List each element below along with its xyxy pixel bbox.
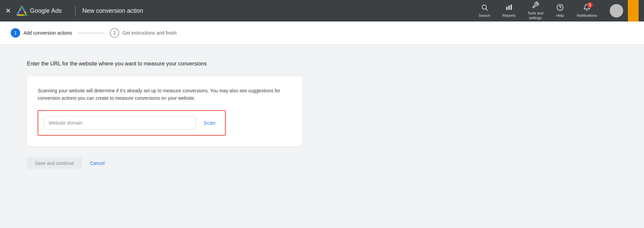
search-nav-label: Search bbox=[479, 13, 491, 18]
step-connector bbox=[78, 33, 104, 33]
header: ✕ Google Ads New conversion action Searc… bbox=[0, 0, 644, 21]
stepper: 1 Add conversion actions 2 Get instructi… bbox=[0, 21, 644, 45]
help-icon bbox=[556, 4, 564, 12]
nav-notifications[interactable]: 1 Notifications bbox=[571, 1, 602, 20]
svg-rect-6 bbox=[508, 5, 510, 10]
account-color bbox=[628, 0, 639, 21]
tools-icon bbox=[532, 1, 539, 10]
notifications-icon: 1 bbox=[583, 4, 591, 12]
avatar bbox=[610, 4, 623, 17]
reports-icon bbox=[505, 4, 513, 12]
tools-nav-label: Tools and settings bbox=[527, 11, 543, 20]
close-button[interactable]: ✕ bbox=[5, 7, 11, 14]
main-content: Enter the URL for the website where you … bbox=[0, 45, 644, 185]
nav-help[interactable]: Help bbox=[550, 1, 570, 20]
svg-rect-7 bbox=[510, 5, 512, 10]
step-2-circle: 2 bbox=[110, 28, 119, 38]
svg-rect-5 bbox=[506, 7, 507, 10]
google-ads-logo bbox=[16, 5, 27, 16]
step-1-label: Add conversion actions bbox=[24, 30, 72, 36]
step-1: 1 Add conversion actions bbox=[11, 28, 72, 38]
step-2: 2 Get instructions and finish bbox=[110, 28, 177, 38]
domain-input[interactable] bbox=[44, 116, 196, 130]
header-nav: Search Reports Tools and settings bbox=[473, 0, 639, 23]
scan-button[interactable]: Scan bbox=[200, 117, 220, 128]
step-1-circle: 1 bbox=[11, 28, 20, 38]
cancel-button[interactable]: Cancel bbox=[87, 157, 107, 169]
nav-reports[interactable]: Reports bbox=[497, 1, 521, 20]
save-continue-button[interactable]: Save and continue bbox=[27, 157, 82, 169]
card-description: Scanning your website will determine if … bbox=[38, 87, 291, 102]
reports-nav-label: Reports bbox=[502, 13, 515, 18]
logo: Google Ads bbox=[16, 5, 62, 16]
search-icon bbox=[481, 4, 488, 12]
scan-box: Scan bbox=[38, 110, 226, 136]
help-nav-label: Help bbox=[556, 13, 564, 18]
step-2-label: Get instructions and finish bbox=[123, 30, 177, 36]
brand-name: Google Ads bbox=[30, 7, 62, 14]
nav-search[interactable]: Search bbox=[473, 1, 496, 20]
nav-tools[interactable]: Tools and settings bbox=[522, 0, 549, 23]
page-heading: Enter the URL for the website where you … bbox=[27, 61, 617, 67]
page-title: New conversion action bbox=[82, 7, 143, 14]
header-divider bbox=[75, 5, 76, 16]
scan-card: Scanning your website will determine if … bbox=[27, 76, 302, 146]
notification-badge: 1 bbox=[587, 2, 593, 8]
actions: Save and continue Cancel bbox=[27, 157, 617, 169]
avatar-area[interactable] bbox=[608, 2, 625, 19]
notifications-nav-label: Notifications bbox=[577, 13, 597, 18]
svg-line-4 bbox=[486, 9, 488, 10]
